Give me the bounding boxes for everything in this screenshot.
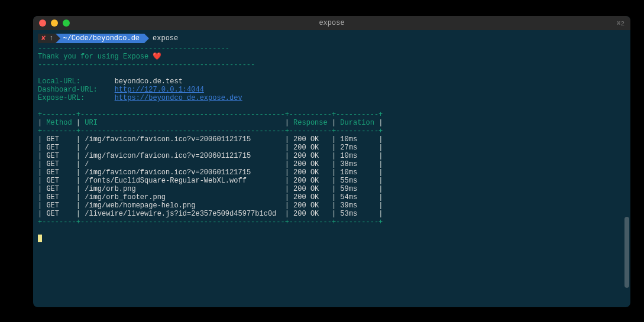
cell-uri: /: [85, 144, 280, 152]
prompt-path: ~/Code/beyondco.de: [56, 34, 144, 43]
welcome-message: Thank you for using Expose ❤️: [38, 53, 161, 61]
table-border: +--------+------------------------------…: [38, 110, 383, 119]
cell-duration: 59ms: [340, 185, 374, 193]
cell-response: 200 OK: [293, 193, 328, 201]
col-header-duration: Duration: [340, 119, 374, 127]
chevron-separator-icon: [144, 34, 149, 43]
cell-duration: 53ms: [340, 210, 374, 218]
prompt-arrow-icon: ↑: [49, 34, 56, 43]
cell-response: 200 OK: [293, 185, 328, 193]
cell-uri: /livewire/livewire.js?id=2e357e509d45977…: [85, 210, 280, 218]
cell-response: 200 OK: [293, 160, 328, 168]
cell-response: 200 OK: [293, 152, 328, 160]
local-url-value: beyondco.de.test: [115, 77, 183, 86]
window-shortcut: ⌘2: [617, 19, 624, 27]
cell-method: GET: [46, 135, 72, 144]
cell-method: GET: [46, 152, 72, 160]
cell-uri: /img/orb.png: [85, 185, 280, 193]
cell-duration: 10ms: [340, 152, 374, 160]
local-url-label: Local-URL:: [38, 77, 115, 86]
expose-url-label: Expose-URL:: [38, 94, 115, 102]
cell-duration: 10ms: [340, 168, 374, 177]
cell-method: GET: [46, 144, 72, 152]
cell-uri: /img/web/homepage-helo.png: [85, 201, 280, 210]
dashboard-url-label: Dashboard-URL:: [38, 86, 115, 94]
cell-response: 200 OK: [293, 201, 328, 210]
cell-uri: /img/favicon/favicon.ico?v=200601121715: [85, 135, 280, 144]
prompt-status-icon: ✘: [38, 34, 49, 43]
col-header-response: Response: [293, 119, 328, 127]
cell-response: 200 OK: [293, 177, 328, 185]
maximize-window-button[interactable]: [63, 19, 70, 27]
terminal-content[interactable]: ✘↑~/Code/beyondco.deexpose--------------…: [33, 30, 630, 246]
scrollbar-thumb[interactable]: [624, 217, 629, 288]
cell-duration: 10ms: [340, 135, 374, 144]
expose-url-link[interactable]: https://beyondco_de.expose.dev: [115, 94, 242, 102]
cell-method: GET: [46, 177, 72, 185]
divider-line: ----------------------------------------…: [38, 44, 229, 53]
table-header-row: |: [38, 119, 46, 127]
cell-method: GET: [46, 185, 72, 193]
table-border: +--------+------------------------------…: [38, 218, 383, 226]
cell-method: GET: [46, 168, 72, 177]
prompt-line: ✘↑~/Code/beyondco.deexpose: [38, 34, 626, 43]
cell-duration: 27ms: [340, 144, 374, 152]
cell-duration: 39ms: [340, 201, 374, 210]
terminal-window: expose ⌘2 ✘↑~/Code/beyondco.deexpose----…: [33, 16, 630, 307]
prompt-command: expose: [153, 34, 178, 43]
cell-method: GET: [46, 201, 72, 210]
cell-response: 200 OK: [293, 210, 328, 218]
table-border: +--------+------------------------------…: [38, 127, 383, 135]
dashboard-url-link[interactable]: http://127.0.0.1:4044: [115, 86, 204, 94]
cell-duration: 38ms: [340, 160, 374, 168]
divider-line: ----------------------------------------…: [38, 61, 255, 69]
cell-response: 200 OK: [293, 135, 328, 144]
cell-method: GET: [46, 193, 72, 201]
col-header-method: Method: [46, 119, 72, 127]
cell-duration: 55ms: [340, 177, 374, 185]
cell-duration: 54ms: [340, 193, 374, 201]
cell-uri: /: [85, 160, 280, 168]
close-window-button[interactable]: [39, 19, 46, 27]
cell-method: GET: [46, 210, 72, 218]
cell-uri: /img/orb_footer.png: [85, 193, 280, 201]
minimize-window-button[interactable]: [51, 19, 58, 27]
cursor-icon: [38, 235, 42, 242]
col-header-uri: URI: [85, 119, 98, 127]
traffic-lights: [39, 19, 70, 27]
cell-uri: /img/favicon/favicon.ico?v=200601121715: [85, 152, 280, 160]
window-title: expose: [33, 19, 630, 27]
cell-uri: /fonts/EuclidSquare-Regular-WebXL.woff: [85, 177, 280, 185]
titlebar[interactable]: expose ⌘2: [33, 16, 630, 30]
cell-method: GET: [46, 160, 72, 168]
cell-response: 200 OK: [293, 168, 328, 177]
chevron-separator-icon: [56, 34, 60, 43]
cell-response: 200 OK: [293, 144, 328, 152]
cell-uri: /img/favicon/favicon.ico?v=200601121715: [85, 168, 280, 177]
scrollbar[interactable]: [624, 51, 629, 303]
